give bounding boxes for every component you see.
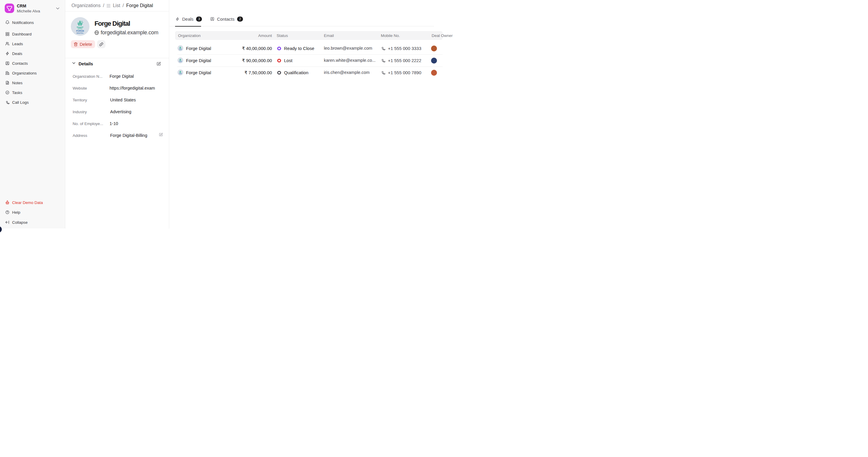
svg-text:FORGE: FORGE: [76, 30, 84, 32]
svg-text:DIGITAL: DIGITAL: [179, 74, 182, 75]
svg-text:DIGITAL: DIGITAL: [76, 32, 84, 34]
svg-text:DIGITAL: DIGITAL: [179, 62, 182, 63]
svg-text:DIGITAL: DIGITAL: [179, 50, 182, 51]
